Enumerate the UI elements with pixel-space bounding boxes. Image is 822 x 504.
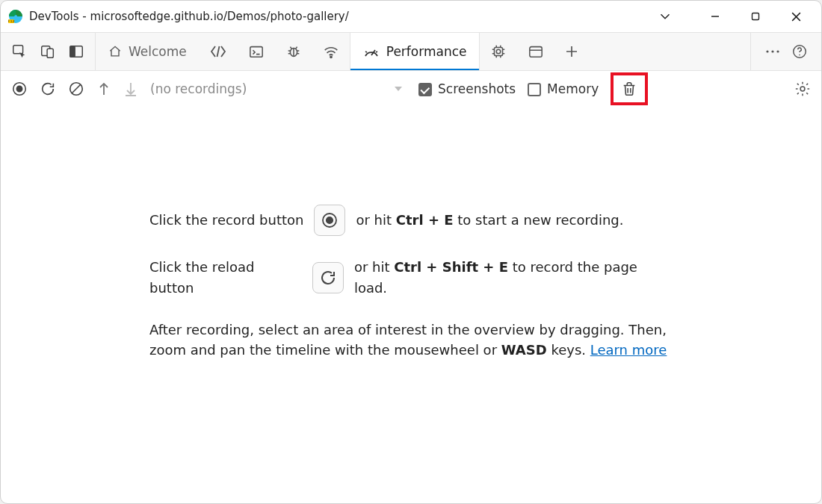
- text: Click the reload button: [149, 257, 302, 299]
- reload-button-demo: [312, 262, 344, 293]
- svg-point-43: [327, 217, 333, 223]
- tab-elements[interactable]: [199, 33, 238, 70]
- svg-point-33: [16, 86, 22, 91]
- dock-side-icon[interactable]: [68, 43, 84, 60]
- svg-rect-7: [13, 46, 23, 54]
- svg-rect-23: [529, 47, 541, 57]
- dropdown-caret-icon[interactable]: [393, 84, 404, 93]
- svg-rect-11: [70, 46, 75, 57]
- svg-point-28: [771, 50, 773, 52]
- reload-record-button[interactable]: [40, 81, 56, 97]
- help-icon[interactable]: [791, 43, 808, 60]
- clear-button[interactable]: [68, 81, 84, 97]
- svg-point-41: [800, 87, 805, 91]
- elements-icon: [209, 44, 227, 59]
- bug-icon: [285, 43, 302, 60]
- tab-console[interactable]: [238, 33, 275, 70]
- text: Click the record button: [149, 210, 303, 231]
- screenshots-toggle[interactable]: Screenshots: [418, 81, 516, 96]
- text: or hit Ctrl + E to start a new recording…: [356, 210, 623, 231]
- wifi-icon: [323, 44, 339, 59]
- screenshots-label: Screenshots: [438, 81, 516, 96]
- settings-gear-icon[interactable]: [794, 81, 811, 97]
- record-button-demo: [314, 205, 345, 236]
- tab-sources[interactable]: [275, 33, 312, 70]
- instruction-record: Click the record button or hit Ctrl + E …: [149, 205, 673, 236]
- svg-line-19: [365, 52, 367, 52]
- instructions: Click the record button or hit Ctrl + E …: [149, 205, 673, 361]
- svg-point-17: [330, 56, 332, 57]
- performance-toolbar: (no recordings) Screenshots Memory: [1, 71, 821, 107]
- close-button[interactable]: [782, 4, 809, 28]
- recordings-dropdown[interactable]: (no recordings): [150, 81, 247, 96]
- inspect-element-icon[interactable]: [11, 43, 28, 60]
- svg-line-35: [72, 85, 81, 93]
- instruction-reload: Click the reload button or hit Ctrl + Sh…: [149, 257, 673, 299]
- home-icon: [108, 44, 123, 59]
- trash-icon[interactable]: [621, 80, 637, 98]
- application-icon: [528, 44, 544, 59]
- memory-label: Memory: [547, 81, 599, 96]
- learn-more-link[interactable]: Learn more: [590, 342, 667, 358]
- text: or hit Ctrl + Shift + E to record the pa…: [354, 257, 673, 299]
- tab-welcome[interactable]: Welcome: [96, 33, 199, 70]
- tab-performance[interactable]: Performance: [350, 33, 480, 70]
- window-title: DevTools - microsoftedge.github.io/Demos…: [29, 10, 651, 23]
- memory-toggle[interactable]: Memory: [528, 81, 599, 96]
- tab-list: Welcome: [96, 33, 750, 70]
- performance-gauge-icon: [362, 44, 380, 59]
- chevron-down-icon[interactable]: [657, 8, 673, 25]
- tabstrip-left-group: [1, 33, 96, 70]
- tab-label: Welcome: [129, 44, 187, 59]
- device-emulation-icon[interactable]: [40, 43, 56, 60]
- delete-button-highlight: [611, 72, 648, 105]
- performance-empty-state: Click the record button or hit Ctrl + E …: [1, 107, 821, 503]
- plus-icon: [565, 45, 578, 58]
- more-options-icon[interactable]: [764, 45, 781, 58]
- checkbox-unchecked-icon: [528, 83, 541, 96]
- svg-point-29: [776, 50, 779, 52]
- tab-application[interactable]: [517, 33, 554, 70]
- svg-point-27: [766, 50, 768, 52]
- instruction-paragraph: After recording, select an area of inter…: [149, 320, 673, 361]
- tab-network[interactable]: [312, 33, 350, 70]
- add-tab-button[interactable]: [554, 33, 589, 70]
- minimize-button[interactable]: [702, 4, 729, 28]
- record-button[interactable]: [11, 81, 28, 97]
- tab-label: Performance: [386, 44, 467, 59]
- svg-point-22: [496, 49, 501, 54]
- maximize-button[interactable]: [742, 4, 769, 28]
- svg-point-31: [799, 55, 800, 56]
- tab-memory[interactable]: [480, 33, 517, 70]
- svg-rect-4: [753, 13, 759, 20]
- devtools-window: F12 DevTools - microsoftedge.github.io/D…: [0, 0, 822, 504]
- edge-devtools-icon: F12: [8, 9, 23, 24]
- svg-line-12: [217, 46, 219, 57]
- checkbox-checked-icon: [418, 83, 432, 96]
- svg-rect-9: [47, 49, 53, 57]
- load-profile-button[interactable]: [96, 81, 111, 97]
- panel-tabstrip: Welcome: [1, 32, 821, 71]
- svg-line-20: [376, 52, 377, 52]
- tabstrip-right-group: [750, 33, 821, 70]
- svg-rect-13: [250, 47, 262, 57]
- titlebar: F12 DevTools - microsoftedge.github.io/D…: [1, 1, 821, 32]
- svg-rect-21: [494, 48, 502, 56]
- save-profile-button[interactable]: [123, 81, 138, 97]
- window-controls: [702, 4, 817, 28]
- console-icon: [248, 44, 265, 59]
- svg-text:F12: F12: [8, 19, 15, 23]
- chip-icon: [490, 43, 507, 60]
